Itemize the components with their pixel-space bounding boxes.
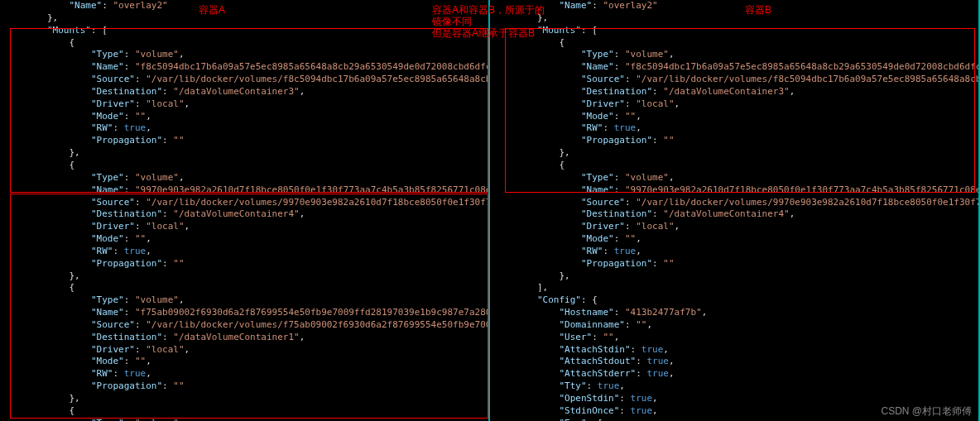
left-terminal[interactable]: "Name": "overlay2" }, "Mounts": [ { "Typ…	[0, 0, 490, 421]
csdn-watermark: CSDN @村口老师傅	[881, 404, 972, 418]
split-terminal: "Name": "overlay2" }, "Mounts": [ { "Typ…	[0, 0, 980, 421]
right-terminal[interactable]: "Name": "overlay2" }, "Mounts": [ { "Typ…	[490, 0, 980, 421]
